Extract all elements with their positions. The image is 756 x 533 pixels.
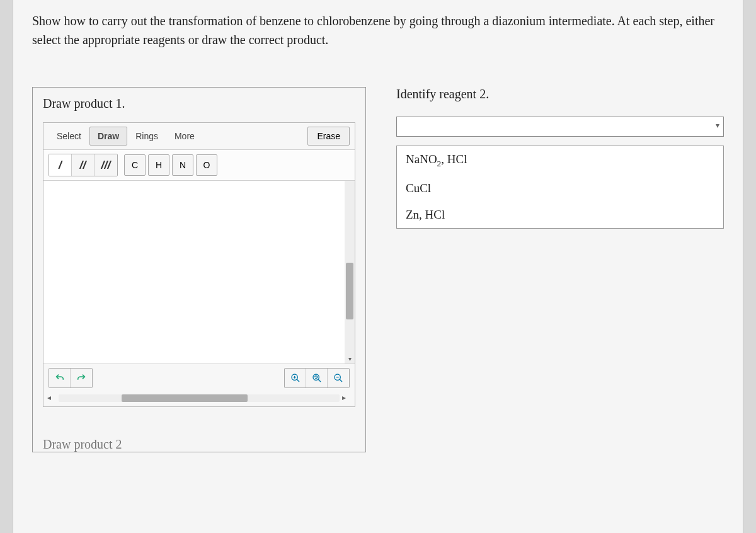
panels-row: Draw product 1. Select Draw Rings More E… [32,87,724,452]
scroll-right-icon[interactable]: ▸ [342,393,351,403]
svg-line-5 [318,379,321,382]
next-section-label: Draw product 2 [43,437,355,452]
molecule-editor: Select Draw Rings More Erase / // /// C … [43,122,355,407]
bond-type-group: / // /// [49,154,118,176]
tab-more[interactable]: More [166,127,203,146]
zoom-in-button[interactable] [285,369,306,387]
editor-top-toolbar: Select Draw Rings More Erase [43,123,355,150]
svg-line-7 [340,379,342,382]
reagent-option-znhcl[interactable]: Zn, HCl [397,202,723,228]
zoom-reset-icon [312,373,322,383]
atom-group: C H N O [124,154,217,176]
single-bond-button[interactable]: / [49,154,72,176]
reagent-panel: Identify reagent 2. NaNO2, HCl CuCl Zn, … [396,87,724,229]
draw-product-panel: Draw product 1. Select Draw Rings More E… [32,87,366,452]
triple-bond-button[interactable]: /// [94,154,117,176]
vertical-scrollbar-thumb[interactable] [346,263,353,319]
page-container: Show how to carry out the transformation… [13,0,743,533]
scroll-left-icon[interactable]: ◂ [47,393,56,403]
zoom-reset-button[interactable] [306,369,328,387]
reagent-option-nano2[interactable]: NaNO2, HCl [397,146,723,175]
horizontal-scrollbar-thumb[interactable] [122,394,248,402]
reagent-dropdown[interactable] [396,117,724,137]
undo-icon [55,373,65,383]
editor-bottom-toolbar [43,364,355,392]
erase-button[interactable]: Erase [307,127,350,146]
drawing-canvas[interactable]: ▾ [43,181,355,364]
right-panel-title: Identify reagent 2. [396,87,724,101]
atom-c-button[interactable]: C [124,154,146,176]
svg-point-4 [313,374,319,380]
tab-select[interactable]: Select [49,127,89,146]
svg-line-1 [297,379,299,382]
redo-icon [76,373,86,383]
left-panel-title: Draw product 1. [43,96,355,111]
question-text: Show how to carry out the transformation… [32,11,724,49]
tab-draw[interactable]: Draw [89,127,127,146]
undo-redo-group [49,368,93,388]
tab-rings[interactable]: Rings [127,127,166,146]
atom-n-button[interactable]: N [172,154,193,176]
redo-button[interactable] [71,369,92,387]
double-bond-button[interactable]: // [72,154,94,176]
horizontal-scrollbar[interactable] [59,394,340,402]
zoom-out-icon [333,373,343,383]
vertical-scrollbar[interactable]: ▾ [345,181,355,364]
atom-h-button[interactable]: H [148,154,169,176]
zoom-out-button[interactable] [328,369,349,387]
zoom-group [284,368,350,388]
zoom-in-icon [290,373,301,383]
editor-bond-toolbar: / // /// C H N O [43,150,355,181]
atom-o-button[interactable]: O [196,154,217,176]
scroll-down-icon[interactable]: ▾ [346,355,353,362]
reagent-option-cucl[interactable]: CuCl [397,175,723,202]
reagent-options-list: NaNO2, HCl CuCl Zn, HCl [396,146,724,229]
horizontal-scroll-row: ◂ ▸ [43,392,355,406]
undo-button[interactable] [49,369,71,387]
